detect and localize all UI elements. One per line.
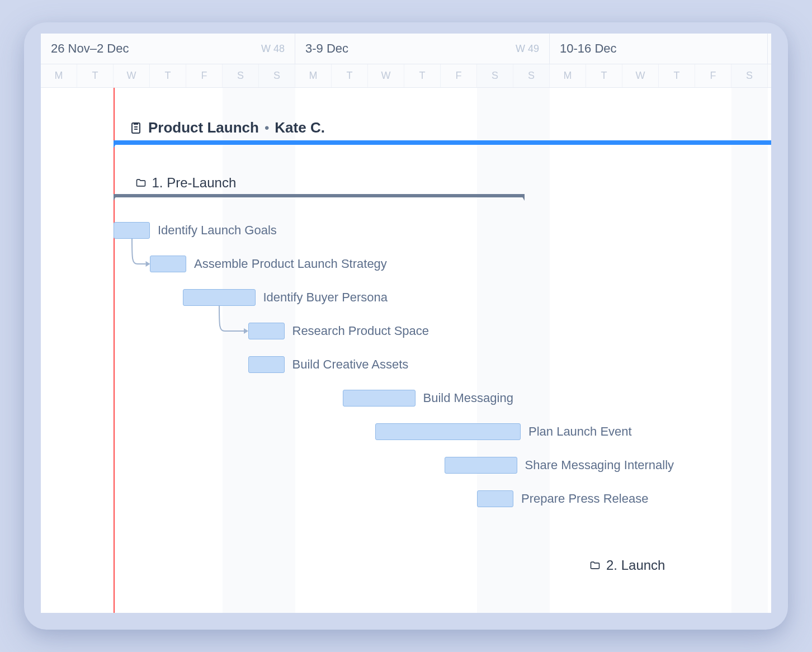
task-label: Prepare Press Release — [521, 492, 648, 506]
task-label: Identify Buyer Persona — [263, 290, 388, 305]
task-label: Build Creative Assets — [292, 357, 409, 372]
day-row: SMTWTFSSMTWTFSSMTWTFS — [41, 64, 771, 87]
day-header-cell: F — [695, 64, 731, 87]
task-bar[interactable] — [183, 289, 256, 306]
project-title: Product Launch — [148, 119, 259, 136]
day-header-cell: S — [259, 64, 295, 87]
week-range: 10-16 Dec — [560, 41, 617, 56]
task[interactable]: Assemble Product Launch Strategy — [150, 256, 387, 272]
task[interactable]: Build Creative Assets — [248, 356, 409, 373]
day-header-cell: S — [513, 64, 550, 87]
project-header[interactable]: Product Launch•Kate C. — [129, 119, 325, 136]
task[interactable]: Identify Launch Goals — [114, 222, 277, 239]
task-label: Build Messaging — [423, 391, 513, 405]
day-header-cell: S — [477, 64, 513, 87]
folder-span-bar[interactable] — [114, 194, 525, 197]
task[interactable]: Identify Buyer Persona — [183, 289, 388, 306]
day-header-cell: T — [659, 64, 695, 87]
task-bar[interactable] — [114, 222, 150, 239]
day-header-cell: W — [622, 64, 659, 87]
day-header-cell: M — [41, 64, 77, 87]
day-header-cell: T — [332, 64, 368, 87]
task-label: Plan Launch Event — [528, 424, 632, 439]
task-bar[interactable] — [445, 457, 517, 474]
day-header-cell: M — [550, 64, 586, 87]
project-icon — [129, 121, 143, 135]
week-header-cell: 3-9 DecW 49 — [295, 34, 550, 64]
day-header-cell: T — [150, 64, 186, 87]
task-bar[interactable] — [477, 490, 513, 507]
task-label: Share Messaging Internally — [525, 458, 674, 473]
week-row: 4726 Nov–2 DecW 483-9 DecW 4910-16 Dec — [41, 34, 771, 64]
gantt-body[interactable]: Product Launch•Kate C.1. Pre-LaunchIdent… — [41, 88, 771, 613]
folder-header[interactable]: 1. Pre-Launch — [135, 175, 237, 191]
task-bar[interactable] — [248, 356, 285, 373]
folder-icon — [589, 560, 601, 571]
folder-name: 2. Launch — [606, 557, 665, 573]
task-bar[interactable] — [150, 256, 186, 272]
folder-name: 1. Pre-Launch — [152, 175, 237, 191]
task-bar[interactable] — [375, 423, 521, 440]
day-header-cell: S — [223, 64, 259, 87]
project-owner: Kate C. — [275, 119, 325, 136]
gantt-viewport[interactable]: 4726 Nov–2 DecW 483-9 DecW 4910-16 Dec S… — [41, 34, 771, 613]
task[interactable]: Plan Launch Event — [375, 423, 632, 440]
project-span-bar[interactable] — [114, 140, 771, 145]
day-header-cell: T — [404, 64, 441, 87]
day-header-cell: S — [731, 64, 768, 87]
day-header-cell: W — [368, 64, 404, 87]
week-range: 3-9 Dec — [305, 41, 348, 56]
task[interactable]: Share Messaging Internally — [445, 457, 674, 474]
task[interactable]: Research Product Space — [248, 323, 429, 339]
task-bar[interactable] — [343, 390, 416, 407]
week-header-cell: 10-16 Dec — [550, 34, 768, 64]
day-header-cell: T — [586, 64, 622, 87]
day-header-cell: W — [114, 64, 150, 87]
task-bar[interactable] — [248, 323, 285, 339]
day-header-cell: T — [77, 64, 114, 87]
task[interactable]: Build Messaging — [343, 390, 513, 407]
folder-header[interactable]: 2. Launch — [589, 557, 665, 573]
timeline-header: 4726 Nov–2 DecW 483-9 DecW 4910-16 Dec S… — [41, 34, 771, 88]
folder-icon — [135, 177, 147, 188]
task[interactable]: Prepare Press Release — [477, 490, 648, 507]
week-header-cell: 26 Nov–2 DecW 48 — [41, 34, 295, 64]
task-label: Research Product Space — [292, 324, 429, 338]
task-label: Identify Launch Goals — [158, 223, 277, 238]
day-header-cell: F — [186, 64, 223, 87]
week-number: W 49 — [516, 43, 539, 55]
week-number: W 48 — [261, 43, 285, 55]
task-label: Assemble Product Launch Strategy — [194, 257, 387, 271]
day-header-cell: F — [441, 64, 477, 87]
separator-dot: • — [265, 120, 269, 136]
week-range: 26 Nov–2 Dec — [51, 41, 129, 56]
day-header-cell: M — [295, 64, 332, 87]
